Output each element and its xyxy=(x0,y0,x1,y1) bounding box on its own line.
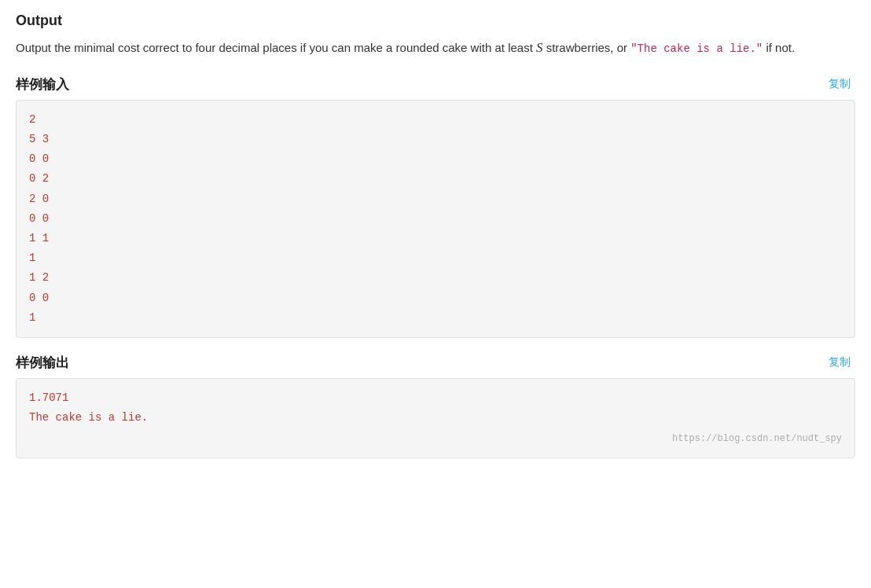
list-item: 1 xyxy=(29,248,842,268)
output-title: Output xyxy=(16,13,855,29)
sample-input-label: 样例输入 xyxy=(16,75,69,94)
list-item: 1 2 xyxy=(29,268,842,288)
output-description: Output the minimal cost correct to four … xyxy=(16,37,855,60)
sample-output-block: 1.7071 The cake is a lie. https://blog.c… xyxy=(16,378,855,458)
list-item: 2 xyxy=(29,110,842,130)
sample-output-section: 样例输出 复制 1.7071 The cake is a lie. https:… xyxy=(16,354,855,458)
desc-middle: strawberries, or xyxy=(543,41,631,54)
sample-input-block: 2 5 3 0 0 0 2 2 0 0 0 1 1 1 1 2 0 0 1 xyxy=(16,100,855,338)
output-section: Output Output the minimal cost correct t… xyxy=(16,13,855,60)
sample-input-header: 样例输入 复制 xyxy=(16,75,855,94)
list-item: 1 xyxy=(29,308,842,328)
sample-input-section: 样例输入 复制 2 5 3 0 0 0 2 2 0 0 0 1 1 1 1 2 … xyxy=(16,75,855,338)
list-item: 2 0 xyxy=(29,189,842,209)
list-item: 0 2 xyxy=(29,169,842,189)
sample-output-copy-button[interactable]: 复制 xyxy=(824,354,855,371)
list-item: 0 0 xyxy=(29,288,842,308)
list-item: 5 3 xyxy=(29,130,842,149)
sample-output-header: 样例输出 复制 xyxy=(16,354,855,372)
math-symbol: S xyxy=(536,40,543,55)
sample-input-copy-button[interactable]: 复制 xyxy=(824,75,855,93)
watermark-text: https://blog.csdn.net/nudt_spy xyxy=(29,431,842,448)
sample-output-label: 样例输出 xyxy=(16,354,69,372)
list-item: The cake is a lie. xyxy=(29,408,842,428)
list-item: 1 1 xyxy=(29,229,842,248)
list-item: 0 0 xyxy=(29,149,842,169)
desc-before: Output the minimal cost correct to four … xyxy=(16,41,536,54)
desc-after: if not. xyxy=(763,41,795,54)
code-inline-text: "The cake is a lie." xyxy=(630,42,763,55)
list-item: 1.7071 xyxy=(29,388,842,408)
list-item: 0 0 xyxy=(29,209,842,229)
